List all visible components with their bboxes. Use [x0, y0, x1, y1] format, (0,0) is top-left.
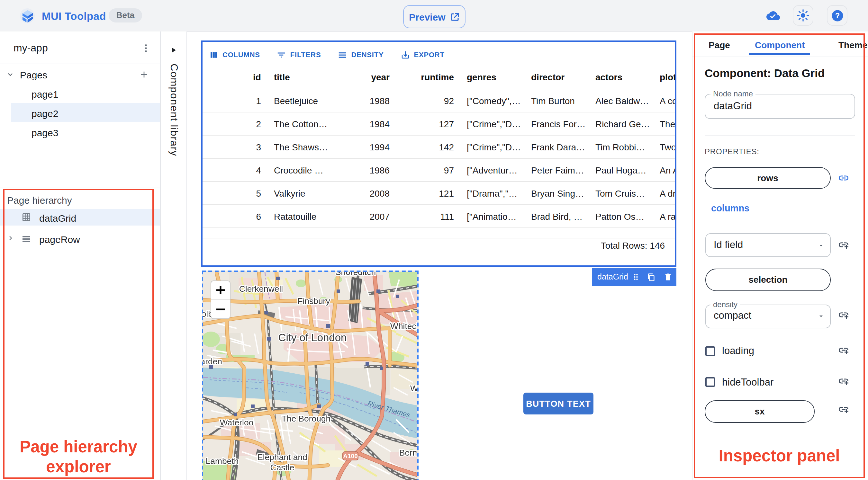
svg-text:?: ?	[835, 11, 839, 20]
svg-text:A100: A100	[343, 453, 358, 459]
svg-text:City of London: City of London	[278, 331, 347, 344]
svg-text:Finsbury: Finsbury	[298, 296, 330, 306]
svg-text:Clerkenwell: Clerkenwell	[239, 284, 283, 294]
svg-text:Bermondsey: Bermondsey	[399, 448, 417, 457]
svg-text:Whitechapel: Whitechapel	[390, 321, 417, 331]
svg-text:Garden: Garden	[203, 357, 222, 366]
svg-text:The Borough: The Borough	[282, 414, 331, 423]
svg-text:Castle: Castle	[270, 462, 294, 472]
svg-text:Waterloo: Waterloo	[220, 418, 254, 427]
svg-text:Lambeth: Lambeth	[206, 456, 239, 466]
svg-text:Wapping: Wapping	[410, 384, 417, 393]
svg-text:Shoreditch: Shoreditch	[335, 272, 376, 277]
svg-text:Elephant and: Elephant and	[257, 452, 307, 462]
